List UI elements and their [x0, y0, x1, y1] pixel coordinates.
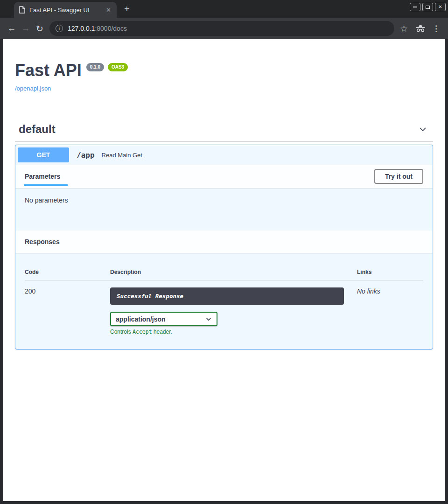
no-parameters-text: No parameters — [25, 196, 68, 204]
minimize-icon — [413, 7, 417, 7]
parameters-body: No parameters — [15, 188, 433, 231]
url-text: 127.0.0.1:8000/docs — [68, 25, 127, 32]
api-title: Fast API — [15, 62, 82, 79]
response-code: 200 — [25, 280, 110, 335]
window-controls: ✕ — [410, 3, 446, 11]
response-row-200: 200 Successful Response application/json — [25, 280, 423, 335]
responses-body: Code Description Links 200 Successful Re… — [15, 253, 433, 349]
browser-toolbar: ← → ↻ i 127.0.0.1:8000/docs ☆ ⋮ — [0, 18, 448, 39]
url-host: 127.0.0.1 — [68, 25, 95, 32]
url-bar[interactable]: i 127.0.0.1:8000/docs — [49, 21, 394, 36]
oas3-badge: OAS3 — [108, 63, 128, 71]
operation-path: /app — [77, 151, 95, 160]
column-header-description: Description — [110, 262, 357, 280]
window-minimize-button[interactable] — [410, 3, 420, 11]
active-tab-underline — [24, 184, 68, 186]
bookmark-star-icon[interactable]: ☆ — [400, 23, 408, 34]
openapi-json-link[interactable]: /openapi.json — [15, 85, 51, 92]
window-maximize-button[interactable] — [422, 3, 433, 11]
http-method-badge: GET — [18, 147, 69, 162]
api-badges: 0.1.0 OAS3 — [86, 63, 128, 71]
page-favicon-icon — [19, 6, 25, 14]
operation-block-get-app: GET /app Read Main Get Parameters Try it… — [15, 145, 433, 350]
browser-tab[interactable]: Fast API - Swagger UI ✕ — [14, 2, 117, 18]
media-type-select[interactable]: application/json — [110, 312, 217, 326]
maximize-icon — [426, 6, 430, 9]
accept-note-suffix: header. — [152, 329, 172, 335]
forward-button[interactable]: → — [19, 23, 33, 34]
version-badge: 0.1.0 — [86, 63, 104, 71]
browser-titlebar: Fast API - Swagger UI ✕ + ✕ — [0, 0, 448, 18]
accept-note-prefix: Controls — [110, 329, 133, 335]
browser-window: Fast API - Swagger UI ✕ + ✕ ← → ↻ i 127.… — [0, 0, 448, 501]
response-links: No links — [357, 280, 423, 335]
browser-menu-icon[interactable]: ⋮ — [432, 24, 440, 34]
accept-note: Controls Accept header. — [110, 329, 357, 335]
tab-close-icon[interactable]: ✕ — [105, 7, 112, 14]
chevron-down-icon[interactable] — [418, 125, 427, 134]
incognito-icon — [415, 25, 426, 32]
window-close-button[interactable]: ✕ — [435, 3, 446, 11]
parameters-tab-label: Parameters — [25, 173, 60, 180]
operation-description: Read Main Get — [102, 152, 142, 159]
tab-title: Fast API - Swagger UI — [29, 7, 101, 14]
column-header-links: Links — [357, 262, 423, 280]
tag-section-header[interactable]: default — [15, 119, 433, 142]
url-path: :8000/docs — [95, 25, 127, 32]
operation-summary[interactable]: GET /app Read Main Get — [15, 145, 433, 165]
new-tab-button[interactable]: + — [124, 4, 130, 14]
site-info-icon[interactable]: i — [56, 25, 63, 32]
close-icon: ✕ — [438, 5, 442, 9]
responses-section-header: Responses — [15, 231, 433, 253]
select-chevron-down-icon — [205, 316, 212, 322]
media-type-control: application/json Controls Accept header. — [110, 312, 357, 335]
swagger-page: Fast API 0.1.0 OAS3 /openapi.json defaul… — [3, 39, 445, 501]
media-type-value: application/json — [116, 315, 166, 323]
tag-section: default GET /app Read Main Get Parameter… — [15, 119, 433, 350]
reload-button[interactable]: ↻ — [33, 23, 47, 34]
accept-note-code: Accept — [133, 329, 152, 335]
tag-name: default — [19, 123, 56, 136]
responses-table-header: Code Description Links — [25, 262, 423, 280]
column-header-code: Code — [25, 262, 110, 280]
parameters-section-header: Parameters Try it out — [15, 165, 433, 188]
tab-parameters[interactable]: Parameters — [25, 173, 60, 180]
responses-title: Responses — [25, 238, 60, 245]
response-description: Successful Response — [110, 287, 344, 305]
response-description-cell: Successful Response application/json — [110, 280, 357, 335]
api-info-section: Fast API 0.1.0 OAS3 /openapi.json — [3, 39, 445, 92]
back-button[interactable]: ← — [5, 23, 19, 34]
try-it-out-button[interactable]: Try it out — [374, 169, 423, 184]
